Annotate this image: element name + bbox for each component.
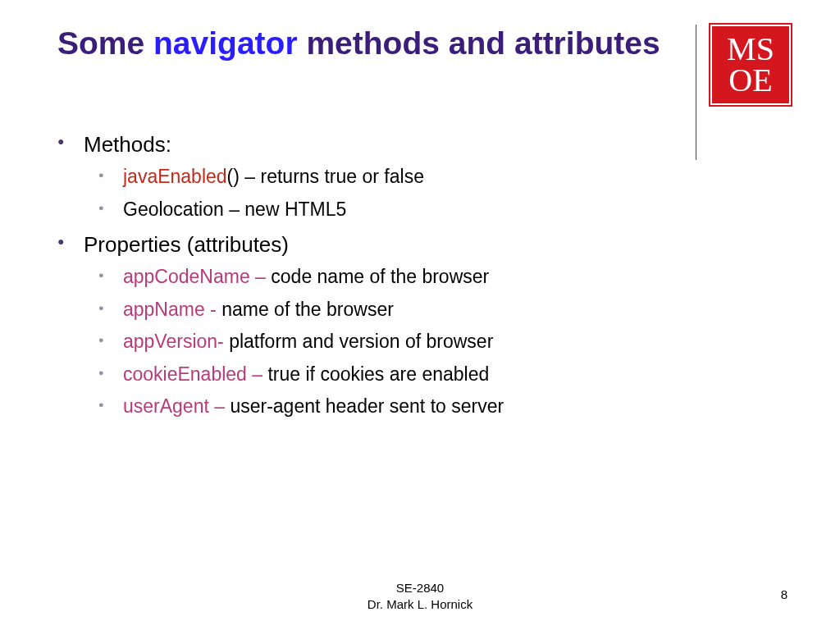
footer-course: SE-2840 [0, 580, 840, 596]
slide: Some navigator methods and attributes MS… [0, 0, 840, 630]
props-section: Properties (attributes) appCodeName – co… [57, 228, 791, 422]
keyword: appCodeName – [123, 266, 271, 287]
header-row: Some navigator methods and attributes MS… [57, 25, 791, 105]
list-item: javaEnabled() – returns true or false [98, 162, 791, 192]
keyword: userAgent – [123, 395, 230, 417]
props-label: Properties (attributes) [84, 232, 289, 257]
props-list: appCodeName – code name of the browser a… [98, 262, 791, 422]
title-part2: methods and attributes [298, 25, 660, 61]
desc: platform and version of browser [229, 331, 493, 352]
list-item: cookieEnabled – true if cookies are enab… [98, 360, 791, 390]
footer-author: Dr. Mark L. Hornick [0, 596, 840, 613]
page-number: 8 [781, 587, 788, 601]
content: Methods: javaEnabled() – returns true or… [57, 128, 791, 422]
footer: SE-2840 Dr. Mark L. Hornick [0, 580, 840, 612]
list-item: appName - name of the browser [98, 295, 791, 325]
logo-wrap: MS OE [696, 25, 791, 105]
msoe-logo: MS OE [710, 25, 791, 105]
list-item: Geolocation – new HTML5 [98, 195, 791, 225]
desc: user-agent header sent to server [230, 395, 504, 417]
top-list: Methods: javaEnabled() – returns true or… [57, 128, 791, 422]
logo-line1: MS [727, 34, 774, 65]
title-part1: Some [57, 25, 153, 61]
keyword: appName - [123, 299, 221, 320]
title-highlight: navigator [153, 25, 298, 61]
page-title: Some navigator methods and attributes [57, 25, 696, 63]
desc: () – returns true or false [227, 166, 424, 187]
desc: name of the browser [221, 299, 394, 320]
methods-list: javaEnabled() – returns true or false Ge… [98, 162, 791, 224]
desc: true if cookies are enabled [267, 363, 489, 385]
desc: code name of the browser [271, 266, 489, 287]
list-item: userAgent – user-agent header sent to se… [98, 392, 791, 422]
logo-line2: OE [728, 65, 772, 96]
keyword: javaEnabled [123, 166, 227, 187]
desc: Geolocation – new HTML5 [123, 199, 346, 220]
keyword: appVersion- [123, 331, 229, 352]
methods-section: Methods: javaEnabled() – returns true or… [57, 128, 791, 225]
methods-label: Methods: [84, 132, 171, 157]
keyword: cookieEnabled – [123, 363, 267, 385]
list-item: appCodeName – code name of the browser [98, 262, 791, 292]
list-item: appVersion- platform and version of brow… [98, 327, 791, 357]
